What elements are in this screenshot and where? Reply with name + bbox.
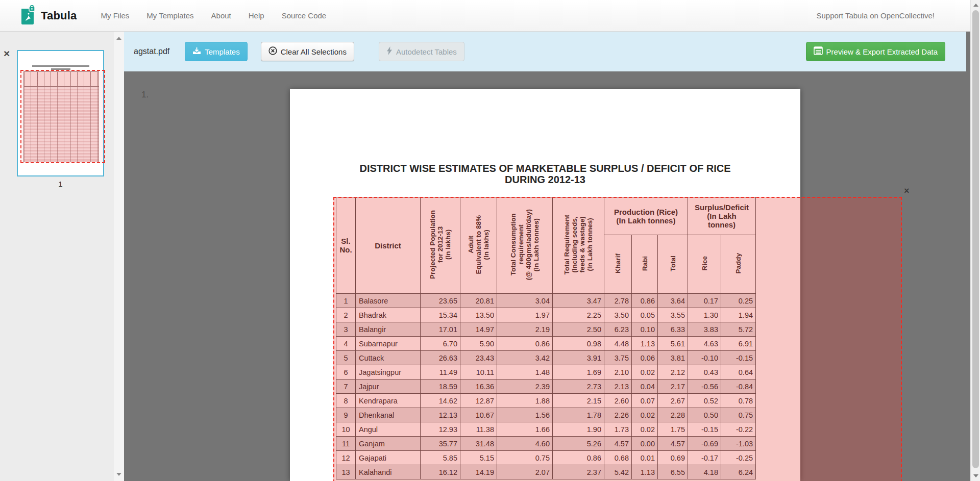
close-icon[interactable]: × (4, 48, 10, 59)
clear-all-selections-button[interactable]: Clear All Selections (261, 42, 354, 61)
selection-close-icon[interactable]: × (904, 186, 910, 196)
nav-link-help[interactable]: Help (240, 11, 273, 20)
export-list-icon (814, 46, 823, 57)
lightning-icon (386, 46, 393, 57)
pdf-title-line2: DURING 2012-13 (290, 174, 800, 185)
preview-export-label: Preview & Export Extracted Data (826, 47, 938, 56)
autodetect-tables-button[interactable]: Autodetect Tables (379, 42, 464, 61)
nav-link-my-files[interactable]: My Files (92, 11, 138, 20)
autodetect-tables-label: Autodetect Tables (396, 47, 457, 56)
nav-link-my-templates[interactable]: My Templates (138, 11, 202, 20)
mini-selection-overlay (20, 70, 105, 163)
brand-link[interactable]: Tabula (20, 5, 77, 27)
preview-export-button[interactable]: Preview & Export Extracted Data (806, 42, 945, 61)
toolbar: agstat.pdf Templates Clear Al (124, 32, 966, 71)
sidebar-scrollbar[interactable] (114, 32, 124, 481)
pdf-table-title: DISTRICT WISE ESTIMATES OF MARKETABLE SU… (290, 163, 800, 185)
brand-name: Tabula (41, 9, 77, 22)
clear-circle-x-icon (268, 46, 277, 57)
page-1-thumbnail[interactable] (17, 50, 104, 176)
clear-all-selections-label: Clear All Selections (281, 47, 347, 56)
templates-icon (192, 47, 201, 57)
main-area: agstat.pdf Templates Clear Al (124, 32, 970, 481)
navbar: Tabula My Files My Templates About Help … (0, 0, 970, 32)
nav-links: My Files My Templates About Help Source … (92, 11, 335, 20)
nav-link-source-code[interactable]: Source Code (273, 11, 335, 20)
page-scrollbar[interactable] (970, 0, 980, 481)
scroll-arrow-icon[interactable] (116, 37, 121, 40)
scrollbar-thumb[interactable] (972, 10, 979, 468)
filename-label: agstat.pdf (134, 47, 169, 56)
tabula-logo-icon (20, 5, 36, 27)
scroll-arrow-icon[interactable] (973, 474, 978, 477)
nav-link-about[interactable]: About (203, 11, 240, 20)
templates-button-label: Templates (205, 47, 239, 56)
support-link[interactable]: Support Tabula on OpenCollective! (816, 11, 935, 20)
scroll-arrow-icon[interactable] (973, 4, 978, 7)
page-number-label: 1 (17, 180, 104, 188)
page-thumbnail-sidebar: × 1 (0, 32, 114, 481)
pdf-title-line1: DISTRICT WISE ESTIMATES OF MARKETABLE SU… (290, 163, 800, 174)
tabula-app: Tabula My Files My Templates About Help … (0, 0, 980, 481)
scroll-arrow-icon[interactable] (116, 473, 121, 476)
templates-button[interactable]: Templates (185, 42, 247, 61)
selection-overlay[interactable] (333, 197, 902, 481)
page-marker: 1. (141, 90, 149, 100)
mini-title-line (32, 65, 89, 67)
document-canvas[interactable]: 1. DISTRICT WISE ESTIMATES OF MARKETABLE… (124, 71, 970, 481)
